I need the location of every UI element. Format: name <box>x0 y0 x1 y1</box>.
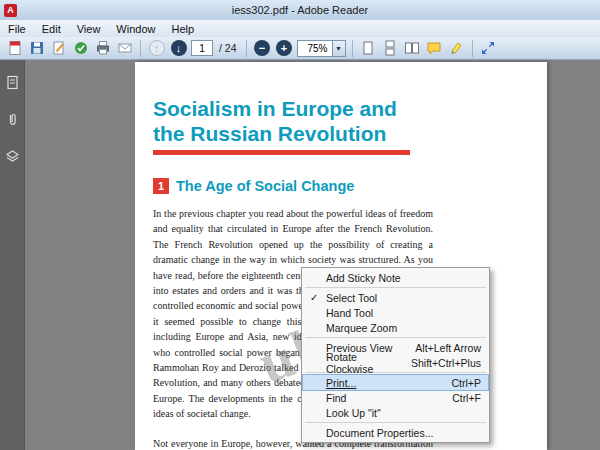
shortcut-label: Ctrl+P <box>440 377 481 389</box>
document-area: Socialism in Europe and the Russian Revo… <box>0 60 600 450</box>
chapter-title-line2: the Russian Revolution <box>153 121 453 146</box>
page-total-label: / 24 <box>219 42 237 54</box>
window-title: iess302.pdf - Adobe Reader <box>0 4 600 16</box>
menu-item-hand-tool[interactable]: Hand Tool <box>303 305 488 320</box>
toolbar: ↑ ↓ / 24 − + 75% ▼ <box>0 37 600 60</box>
email-icon[interactable] <box>115 39 134 58</box>
menu-item-print[interactable]: Print... Ctrl+P <box>303 375 488 390</box>
two-page-view-icon[interactable] <box>403 39 422 58</box>
menu-item-document-properties[interactable]: Document Properties... <box>303 425 488 440</box>
section-number-badge: 1 <box>153 178 169 194</box>
down-arrow-icon: ↓ <box>171 40 187 56</box>
plus-icon: + <box>276 40 292 56</box>
attachments-paperclip-icon[interactable] <box>4 111 21 128</box>
checkmark-icon: ✓ <box>310 292 318 303</box>
title-bar[interactable]: A iess302.pdf - Adobe Reader <box>0 0 600 21</box>
menu-separator <box>305 337 486 338</box>
next-page-button[interactable]: ↓ <box>169 39 188 58</box>
shortcut-label: Ctrl+F <box>440 392 481 404</box>
menu-edit[interactable]: Edit <box>34 22 69 36</box>
menu-item-find[interactable]: Find Ctrl+F <box>303 390 488 405</box>
shortcut-label: Shift+Ctrl+Plus <box>399 357 481 369</box>
menu-separator <box>305 287 486 288</box>
zoom-level-select[interactable]: 75% ▼ <box>297 40 346 57</box>
single-page-view-icon[interactable] <box>359 39 378 58</box>
menu-bar: File Edit View Window Help <box>0 20 600 38</box>
toolbar-separator <box>472 40 473 57</box>
toolbar-separator <box>140 40 141 57</box>
chapter-title-line1: Socialism in Europe and <box>153 96 453 121</box>
page-thumbnails-icon[interactable] <box>4 74 21 91</box>
comment-icon[interactable] <box>425 39 444 58</box>
section-heading: 1 The Age of Social Change <box>153 178 354 194</box>
menu-item-look-up[interactable]: Look Up "it" <box>303 405 488 420</box>
toolbar-separator <box>352 40 353 57</box>
menu-file[interactable]: File <box>0 22 34 36</box>
up-arrow-icon: ↑ <box>149 40 165 56</box>
sign-icon[interactable] <box>71 39 90 58</box>
zoom-level-value: 75% <box>298 43 332 54</box>
continuous-scroll-view-icon[interactable] <box>381 39 400 58</box>
section-title: The Age of Social Change <box>176 178 354 194</box>
toolbar-separator <box>246 40 247 57</box>
save-icon[interactable] <box>27 39 46 58</box>
menu-item-marquee-zoom[interactable]: Marquee Zoom <box>303 320 488 335</box>
menu-view[interactable]: View <box>69 22 109 36</box>
edit-annotation-icon[interactable] <box>49 39 68 58</box>
menu-item-add-sticky-note[interactable]: Add Sticky Note <box>303 270 488 285</box>
minus-icon: − <box>254 40 270 56</box>
open-document-icon[interactable] <box>5 39 24 58</box>
menu-window[interactable]: Window <box>108 22 163 36</box>
navigation-panel <box>0 60 25 450</box>
menu-separator <box>305 422 486 423</box>
chevron-down-icon[interactable]: ▼ <box>332 41 345 56</box>
menu-help[interactable]: Help <box>163 22 202 36</box>
zoom-in-button[interactable]: + <box>275 39 294 58</box>
adobe-reader-window: A iess302.pdf - Adobe Reader File Edit V… <box>0 0 600 450</box>
shortcut-label: Alt+Left Arrow <box>403 342 481 354</box>
fullscreen-icon[interactable] <box>479 39 498 58</box>
highlight-icon[interactable] <box>447 39 466 58</box>
layers-icon[interactable] <box>4 148 21 165</box>
previous-page-button[interactable]: ↑ <box>147 39 166 58</box>
chapter-title: Socialism in Europe and the Russian Revo… <box>153 96 453 146</box>
print-icon[interactable] <box>93 39 112 58</box>
zoom-out-button[interactable]: − <box>253 39 272 58</box>
context-menu: Add Sticky Note ✓ Select Tool Hand Tool … <box>301 267 490 443</box>
menu-item-rotate-clockwise[interactable]: Rotate Clockwise Shift+Ctrl+Plus <box>303 355 488 370</box>
pdf-app-icon: A <box>4 4 17 17</box>
page-number-input[interactable] <box>191 40 213 56</box>
title-underline-bar <box>153 150 410 155</box>
menu-item-select-tool[interactable]: ✓ Select Tool <box>303 290 488 305</box>
